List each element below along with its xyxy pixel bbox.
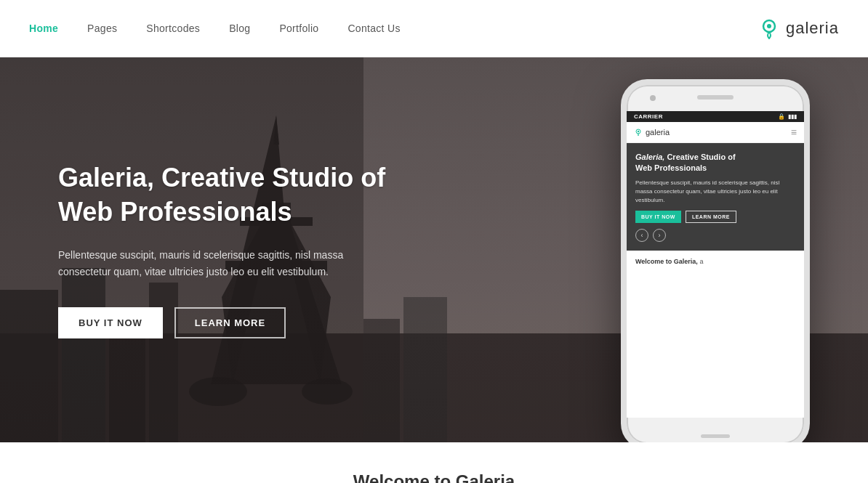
phone-arrow-right: ›	[653, 229, 666, 242]
phone-hero-body: Pellentesque suscipit, mauris id sceleri…	[635, 179, 795, 205]
hero-title: Galeria, Creative Studio of Web Professi…	[58, 161, 419, 230]
location-pin-icon	[758, 17, 780, 39]
phone-outer: CARRIER 🔒 ▮▮▮ galeria	[621, 79, 810, 442]
phone-welcome: Welcome to Galeria, a	[627, 251, 804, 272]
main-nav: Home Pages Shortcodes Blog Portfolio Con…	[29, 23, 401, 34]
nav-portfolio[interactable]: Portfolio	[279, 23, 318, 34]
learn-more-button[interactable]: LEARN MORE	[174, 307, 286, 338]
phone-home-indicator	[701, 434, 730, 438]
carrier-label: CARRIER	[634, 113, 663, 120]
svg-point-1	[767, 24, 771, 28]
phone-hero-title: Galeria, Creative Studio ofWeb Professio…	[635, 152, 795, 174]
phone-hero-buttons: BUY IT NOW LEARN MORE	[635, 211, 795, 223]
bottom-section: Welcome to Galeria Professional Drupal T…	[0, 442, 868, 483]
phone-buy-button: BUY IT NOW	[635, 211, 681, 223]
bottom-title: Welcome to Galeria	[29, 471, 839, 483]
phone-camera	[650, 95, 656, 101]
nav-contact[interactable]: Contact Us	[347, 23, 400, 34]
phone-nav-bar: galeria ≡	[627, 122, 804, 143]
phone-menu-icon: ≡	[791, 127, 797, 137]
phone-hero-content: Galeria, Creative Studio ofWeb Professio…	[627, 143, 804, 251]
hero-content: Galeria, Creative Studio of Web Professi…	[0, 57, 478, 442]
nav-blog[interactable]: Blog	[229, 23, 250, 34]
phone-welcome-text: Welcome to Galeria, a	[635, 258, 795, 265]
nav-pages[interactable]: Pages	[87, 23, 117, 34]
phone-arrow-left: ‹	[635, 229, 648, 242]
phone-logo-icon	[634, 128, 643, 137]
nav-shortcodes[interactable]: Shortcodes	[146, 23, 200, 34]
phone-logo: galeria	[634, 128, 670, 137]
hero-section: Galeria, Creative Studio of Web Professi…	[0, 57, 868, 442]
phone-status-bar: CARRIER 🔒 ▮▮▮	[627, 111, 804, 122]
lock-icon: 🔒	[778, 113, 785, 120]
hero-subtitle: Pellentesque suscipit, mauris id sceleri…	[58, 247, 349, 282]
phone-screen: CARRIER 🔒 ▮▮▮ galeria	[627, 111, 804, 418]
hero-buttons: BUY IT NOW LEARN MORE	[58, 307, 419, 338]
phone-learn-button: LEARN MORE	[686, 211, 736, 223]
nav-home[interactable]: Home	[29, 23, 58, 34]
header: Home Pages Shortcodes Blog Portfolio Con…	[0, 0, 868, 57]
logo[interactable]: galeria	[758, 17, 839, 39]
logo-text: galeria	[786, 19, 839, 38]
phone-arrows: ‹ ›	[635, 229, 795, 242]
phone-logo-text: galeria	[646, 128, 670, 137]
buy-now-button[interactable]: BUY IT NOW	[58, 307, 163, 338]
phone-mockup: CARRIER 🔒 ▮▮▮ galeria	[621, 79, 824, 442]
phone-speaker	[697, 95, 734, 100]
battery-icon: ▮▮▮	[788, 113, 797, 120]
svg-point-22	[638, 131, 639, 132]
